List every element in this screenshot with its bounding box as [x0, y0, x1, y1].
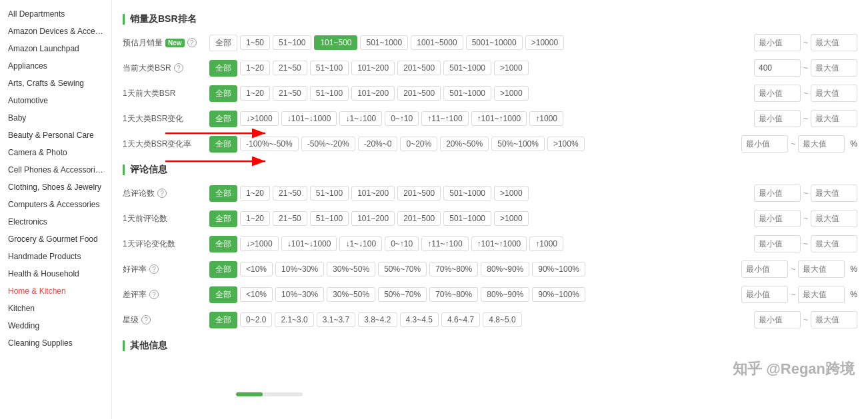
sidebar-item-14[interactable]: Handmade Products — [0, 248, 111, 265]
info-icon[interactable]: ? — [149, 264, 159, 274]
filter-option-2[interactable]: 10%~30% — [275, 287, 324, 302]
filter-option-1[interactable]: ↓>1000 — [240, 111, 279, 126]
sidebar-item-19[interactable]: Cleaning Supplies — [0, 334, 111, 352]
sidebar-item-13[interactable]: Grocery & Gourmet Food — [0, 230, 111, 248]
filter-option-1[interactable]: 1~20 — [240, 186, 270, 201]
sidebar-item-18[interactable]: Wedding — [0, 317, 111, 334]
min-input[interactable] — [754, 110, 801, 127]
filter-option-4[interactable]: 50%~70% — [378, 262, 427, 276]
filter-option-7[interactable]: 90%~100% — [532, 262, 585, 276]
min-input[interactable] — [754, 34, 801, 51]
min-input[interactable] — [754, 235, 801, 252]
filter-option-6[interactable]: 501~1000 — [443, 61, 491, 75]
filter-option-1[interactable]: -100%~-50% — [240, 137, 299, 151]
filter-option-7[interactable]: 90%~100% — [532, 287, 585, 302]
filter-option-3[interactable]: 51~100 — [310, 61, 349, 75]
filter-option-6[interactable]: 4.6~4.7 — [441, 312, 480, 327]
max-input[interactable] — [811, 59, 857, 77]
sidebar-item-4[interactable]: Arts, Crafts & Sewing — [0, 75, 111, 92]
filter-option-3[interactable]: 101~500 — [314, 35, 357, 50]
sidebar-item-1[interactable]: Amazon Devices & Accessories — [0, 23, 111, 40]
filter-option-3[interactable]: ↓1~↓100 — [339, 111, 382, 126]
info-icon[interactable]: ? — [141, 315, 151, 324]
max-input[interactable] — [811, 185, 857, 202]
info-icon[interactable]: ? — [174, 63, 183, 73]
filter-option-7[interactable]: >1000 — [494, 211, 529, 226]
sidebar-item-8[interactable]: Camera & Photo — [0, 144, 111, 161]
filter-option-1[interactable]: ↓>1000 — [240, 236, 279, 251]
filter-option-0[interactable]: 全部 — [209, 136, 237, 153]
filter-option-7[interactable]: ↑1000 — [529, 236, 563, 251]
max-input[interactable] — [798, 286, 845, 303]
filter-option-7[interactable]: >100% — [547, 137, 585, 151]
filter-option-6[interactable]: 5001~10000 — [466, 35, 523, 50]
filter-option-3[interactable]: 30%~50% — [327, 287, 375, 302]
sidebar-item-16[interactable]: Home & Kitchen — [0, 282, 111, 300]
filter-option-7[interactable]: >1000 — [494, 61, 529, 75]
filter-option-5[interactable]: 201~500 — [397, 211, 441, 226]
filter-option-6[interactable]: 80%~90% — [481, 262, 529, 276]
filter-option-6[interactable]: ↑101~↑1000 — [471, 111, 527, 126]
filter-option-4[interactable]: 0~↑10 — [385, 236, 419, 251]
filter-option-4[interactable]: 101~200 — [351, 61, 395, 75]
sidebar-item-7[interactable]: Beauty & Personal Care — [0, 127, 111, 144]
filter-option-4[interactable]: 50%~70% — [378, 287, 427, 302]
filter-option-4[interactable]: 101~200 — [351, 211, 395, 226]
sidebar-item-9[interactable]: Cell Phones & Accessories — [0, 161, 111, 179]
info-icon[interactable]: ? — [149, 290, 159, 299]
filter-option-7[interactable]: ↑1000 — [529, 111, 563, 126]
min-input[interactable] — [754, 185, 801, 202]
filter-option-5[interactable]: 201~500 — [397, 186, 441, 201]
filter-option-2[interactable]: 21~50 — [273, 211, 307, 226]
filter-option-2[interactable]: 51~100 — [273, 35, 311, 50]
filter-option-0[interactable]: 全部 — [209, 286, 237, 303]
filter-option-0[interactable]: 全部 — [209, 85, 237, 102]
filter-option-7[interactable]: >1000 — [494, 86, 529, 101]
filter-option-1[interactable]: <10% — [240, 262, 273, 276]
sidebar-item-0[interactable]: All Departments — [0, 5, 111, 23]
filter-option-6[interactable]: 501~1000 — [443, 211, 491, 226]
filter-option-5[interactable]: 20%~50% — [440, 137, 489, 151]
filter-option-0[interactable]: 全部 — [209, 111, 237, 127]
filter-option-4[interactable]: 101~200 — [351, 86, 395, 101]
filter-option-4[interactable]: 0~20% — [400, 137, 437, 151]
max-input[interactable] — [798, 135, 845, 153]
filter-option-2[interactable]: 21~50 — [273, 186, 307, 201]
filter-option-2[interactable]: ↓101~↓1000 — [281, 236, 337, 251]
filter-option-4[interactable]: 0~↑10 — [385, 111, 419, 126]
sidebar-item-17[interactable]: Kitchen — [0, 300, 111, 317]
filter-option-2[interactable]: -50%~-20% — [301, 137, 355, 151]
min-input[interactable] — [754, 85, 801, 102]
filter-option-5[interactable]: 70%~80% — [429, 287, 478, 302]
filter-option-3[interactable]: 3.1~3.7 — [317, 312, 355, 327]
filter-option-0[interactable]: 全部 — [209, 236, 237, 252]
filter-option-7[interactable]: >10000 — [525, 35, 564, 50]
sidebar-item-5[interactable]: Automotive — [0, 92, 111, 109]
filter-option-0[interactable]: 全部 — [209, 261, 237, 278]
filter-option-3[interactable]: 30%~50% — [327, 262, 375, 276]
filter-option-0[interactable]: 全部 — [209, 210, 237, 227]
filter-option-2[interactable]: 2.1~3.0 — [275, 312, 313, 327]
sidebar-item-6[interactable]: Baby — [0, 109, 111, 127]
filter-option-3[interactable]: 51~100 — [310, 86, 349, 101]
sidebar-item-15[interactable]: Health & Household — [0, 265, 111, 282]
filter-option-6[interactable]: ↑101~↑1000 — [471, 236, 527, 251]
filter-option-3[interactable]: ↓1~↓100 — [339, 236, 382, 251]
filter-option-1[interactable]: <10% — [240, 287, 273, 302]
sidebar-item-3[interactable]: Appliances — [0, 57, 111, 75]
filter-option-3[interactable]: 51~100 — [310, 211, 349, 226]
filter-option-6[interactable]: 501~1000 — [443, 86, 491, 101]
filter-option-5[interactable]: 70%~80% — [429, 262, 478, 276]
filter-option-2[interactable]: 21~50 — [273, 86, 307, 101]
info-icon[interactable]: ? — [157, 189, 167, 198]
filter-option-4[interactable]: 101~200 — [351, 186, 395, 201]
filter-option-7[interactable]: 4.8~5.0 — [483, 312, 521, 327]
filter-option-2[interactable]: 21~50 — [273, 61, 307, 75]
filter-option-7[interactable]: >1000 — [494, 186, 529, 201]
max-input[interactable] — [798, 260, 845, 278]
sidebar-item-11[interactable]: Computers & Accessories — [0, 196, 111, 213]
min-input[interactable] — [741, 286, 788, 303]
max-input[interactable] — [811, 34, 857, 51]
min-input[interactable] — [754, 59, 801, 77]
max-input[interactable] — [811, 235, 857, 252]
